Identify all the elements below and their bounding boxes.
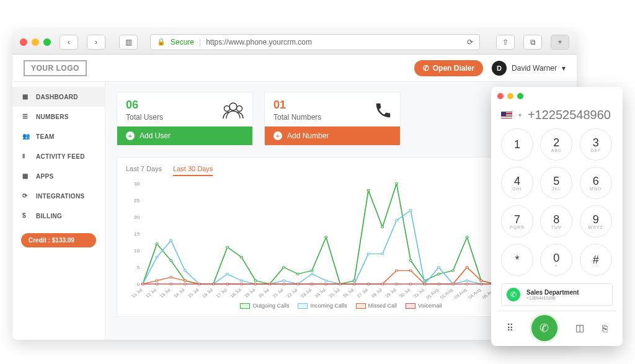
share-button[interactable]: ⇧ — [496, 35, 515, 50]
phone-number-display[interactable]: ▼ +12252548960 — [497, 105, 616, 128]
legend-voicemail: Voicemail — [406, 303, 442, 309]
total-users-card: 06 Total Users + Add User — [117, 92, 253, 146]
key-5[interactable]: 5JKL — [540, 167, 572, 199]
key-1[interactable]: 1 — [501, 128, 533, 161]
svg-point-87 — [381, 253, 384, 255]
traffic-lights — [20, 38, 51, 46]
svg-point-48 — [254, 280, 257, 282]
svg-point-56 — [367, 189, 370, 191]
tab-last-7-days[interactable]: Last 7 Days — [126, 165, 162, 176]
sidebar-item-billing[interactable]: $BILLING — [12, 206, 105, 226]
key-3[interactable]: 3DEF — [580, 128, 612, 161]
svg-point-103 — [184, 280, 186, 282]
key-7[interactable]: 7PQRS — [501, 205, 533, 237]
new-tab-button[interactable]: + — [551, 35, 569, 50]
svg-point-119 — [409, 270, 412, 272]
phone-circle-icon: ✆ — [507, 288, 520, 301]
svg-point-71 — [156, 256, 158, 258]
svg-point-1 — [224, 106, 230, 112]
svg-point-0 — [229, 103, 237, 110]
svg-text:25: 25 — [134, 198, 140, 203]
user-menu[interactable]: D David Warner ▾ — [492, 61, 566, 76]
svg-point-143 — [325, 283, 327, 285]
add-user-button[interactable]: + Add User — [117, 127, 252, 145]
reload-icon[interactable]: ⟳ — [467, 38, 473, 47]
open-dialer-label: Open Dialer — [433, 64, 474, 73]
svg-text:23 Jul: 23 Jul — [299, 287, 313, 298]
key-8[interactable]: 8TUV — [540, 205, 572, 237]
key-2[interactable]: 2ABC — [540, 128, 572, 161]
svg-point-93 — [466, 280, 468, 282]
svg-point-136 — [226, 283, 229, 285]
sidebar-item-numbers[interactable]: ☰NUMBERS — [12, 107, 105, 127]
svg-point-80 — [283, 280, 285, 282]
svg-point-118 — [396, 270, 398, 272]
url-bar[interactable]: 🔒 Secure | https://www.phone.yourcrm.com… — [150, 34, 480, 50]
sidebar-item-apps[interactable]: ▦APPS — [12, 166, 105, 186]
svg-point-138 — [254, 283, 257, 285]
url-text: https://www.phone.yourcrm.com — [206, 38, 312, 47]
sidebar-toggle-button[interactable]: ▥ — [119, 35, 138, 50]
svg-point-58 — [396, 182, 398, 184]
contact-suggestion[interactable]: ✆ Sales Department +12094415208 — [501, 283, 613, 306]
svg-point-59 — [409, 260, 412, 262]
minimize-dialer-icon[interactable] — [507, 93, 513, 99]
numbers-icon: ☰ — [22, 113, 30, 120]
contacts-icon[interactable]: ◫ — [575, 322, 584, 334]
key-0[interactable]: 0+ — [540, 244, 572, 276]
sidebar-item-team[interactable]: 👥TEAM — [12, 127, 105, 146]
forward-button[interactable]: › — [87, 35, 105, 50]
svg-point-83 — [325, 280, 327, 282]
avatar: D — [492, 61, 507, 76]
svg-point-63 — [466, 236, 468, 238]
sidebar-item-activity[interactable]: ⦀ACTIVITY FEED — [12, 146, 105, 166]
svg-point-61 — [438, 273, 440, 275]
minimize-window-icon[interactable] — [32, 38, 39, 46]
svg-point-151 — [438, 283, 440, 285]
key-9[interactable]: 9WXYZ — [580, 205, 612, 237]
back-button[interactable]: ‹ — [60, 35, 78, 50]
contact-name: Sales Department — [526, 289, 579, 296]
billing-icon: $ — [22, 212, 30, 220]
key-*[interactable]: * — [501, 244, 533, 276]
close-window-icon[interactable] — [20, 38, 27, 46]
svg-point-91 — [438, 266, 440, 268]
tabs-button[interactable]: ⧉ — [523, 35, 542, 50]
add-number-button[interactable]: + Add Number — [265, 127, 400, 145]
dialpad-icon[interactable]: ⠿ — [507, 322, 513, 334]
key-6[interactable]: 6MNO — [580, 167, 612, 199]
app-header: YOUR LOGO ✆ Open Dialer D David Warner ▾ — [12, 55, 577, 82]
svg-point-132 — [170, 283, 172, 285]
sidebar-item-dashboard[interactable]: ▦DASHBOARD — [12, 87, 105, 107]
svg-text:21 Jul: 21 Jul — [271, 287, 285, 298]
svg-point-47 — [240, 256, 242, 258]
sidebar-item-label: INTEGRATIONS — [36, 193, 84, 200]
sidebar-item-integrations[interactable]: ⟳INTEGRATIONS — [12, 186, 105, 206]
svg-point-150 — [424, 283, 426, 285]
dashboard-icon: ▦ — [22, 93, 30, 100]
svg-point-51 — [296, 273, 299, 275]
user-name: David Warner — [512, 64, 557, 73]
maximize-dialer-icon[interactable] — [517, 93, 523, 99]
dialer-traffic-lights — [497, 93, 616, 99]
open-dialer-button[interactable]: ✆ Open Dialer — [414, 60, 483, 76]
credit-badge[interactable]: Credit : $133.09 — [21, 233, 96, 247]
svg-point-147 — [381, 283, 384, 285]
svg-point-88 — [396, 220, 398, 221]
key-4[interactable]: 4GHI — [501, 167, 533, 199]
svg-text:01 Aug: 01 Aug — [425, 288, 440, 300]
svg-point-57 — [381, 226, 384, 228]
svg-text:25 Jul: 25 Jul — [327, 287, 341, 298]
add-number-label: Add Number — [287, 131, 329, 140]
chevron-down-icon[interactable]: ▼ — [517, 112, 523, 118]
close-dialer-icon[interactable] — [497, 93, 504, 99]
svg-text:10: 10 — [134, 249, 140, 254]
key-#[interactable]: # — [580, 244, 612, 276]
tab-last-30-days[interactable]: Last 30 Days — [173, 165, 213, 176]
svg-text:20 Jul: 20 Jul — [257, 287, 270, 298]
call-button[interactable]: ✆ — [531, 315, 557, 341]
svg-text:30: 30 — [134, 182, 140, 187]
logout-icon[interactable]: ⎘ — [602, 323, 608, 334]
maximize-window-icon[interactable] — [43, 38, 51, 46]
sidebar: ▦DASHBOARD ☰NUMBERS 👥TEAM ⦀ACTIVITY FEED… — [12, 82, 105, 340]
